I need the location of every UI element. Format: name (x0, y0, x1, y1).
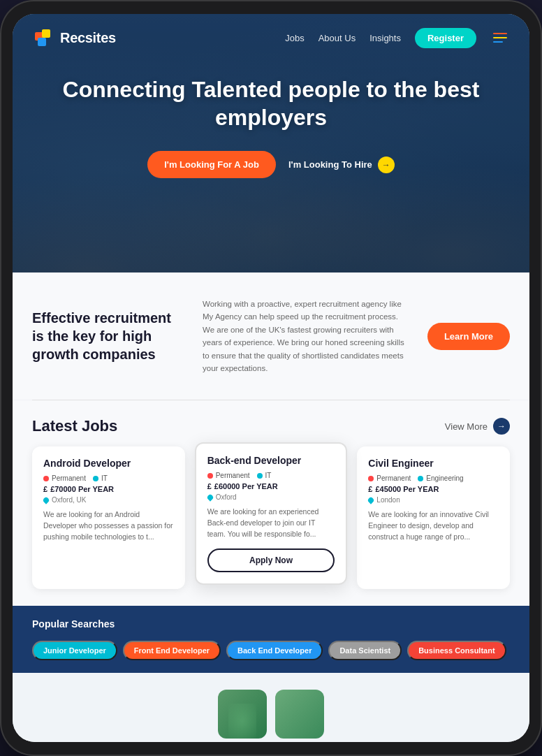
jobs-grid: Android Developer Permanent IT £ (32, 446, 510, 588)
job-card-android: Android Developer Permanent IT £ (32, 446, 185, 588)
type-dot (207, 473, 213, 479)
hire-label: I'm Looking To Hire (288, 159, 372, 170)
jobs-section: Latest Jobs View More → Android Develope… (13, 400, 529, 605)
job-salary-civil: £ £45000 Per YEAR (368, 485, 499, 493)
about-image-1 (218, 690, 267, 739)
job-card-civil: Civil Engineer Permanent Engineering £ (357, 446, 510, 588)
job-meta-android: Permanent IT (43, 474, 174, 482)
jobs-section-title: Latest Jobs (32, 417, 117, 435)
nav-jobs[interactable]: Jobs (285, 33, 304, 43)
category-dot (418, 476, 423, 481)
category-dot (93, 476, 98, 481)
job-category-backend: IT (257, 472, 272, 479)
nav-about[interactable]: About Us (318, 33, 356, 43)
job-meta-civil: Permanent Engineering (368, 474, 499, 482)
hamburger-menu[interactable] (490, 30, 510, 45)
learn-more-button[interactable]: Learn More (427, 323, 510, 350)
view-more-label: View More (445, 421, 488, 432)
job-desc-backend: We are looking for an experienced Back-e… (207, 507, 335, 539)
type-dot (368, 476, 374, 481)
view-more-icon: → (493, 418, 510, 435)
hero-section: Recsites Jobs About Us Insights Register (13, 14, 529, 272)
tag-business-consultant[interactable]: Business Consultant (407, 641, 506, 660)
job-title-android: Android Developer (43, 458, 174, 469)
type-dot (43, 476, 49, 481)
location-pin-icon (206, 493, 214, 501)
job-title-backend: Back-end Developer (207, 455, 335, 466)
recruitment-title: Effective recruitment is the key for hig… (32, 309, 186, 363)
nav-insights[interactable]: Insights (369, 33, 401, 43)
logo[interactable]: Recsites (32, 27, 116, 49)
popular-searches-section: Popular Searches Junior Developer Front … (13, 606, 529, 673)
category-dot (257, 473, 263, 479)
about-section-preview: About us (13, 673, 529, 742)
navigation: Recsites Jobs About Us Insights Register (13, 14, 529, 61)
recruitment-center: Working with a proactive, expert recruit… (203, 298, 411, 375)
jobs-header: Latest Jobs View More → (32, 417, 510, 435)
nav-links: Jobs About Us Insights Register (285, 28, 510, 48)
job-location-civil: London (368, 496, 499, 504)
tag-data-scientist[interactable]: Data Scientist (328, 641, 402, 660)
job-title-civil: Civil Engineer (368, 458, 499, 469)
popular-searches-label: Popular Searches (32, 618, 115, 630)
recruitment-left: Effective recruitment is the key for hig… (32, 309, 186, 363)
job-salary-android: £ £70000 Per YEAR (43, 485, 174, 493)
job-type-civil: Permanent (368, 474, 411, 482)
recruitment-description: Working with a proactive, expert recruit… (203, 298, 411, 375)
hire-arrow-icon: → (378, 157, 395, 173)
svg-rect-1 (42, 29, 50, 38)
tag-frontend-developer[interactable]: Front End Developer (123, 641, 221, 660)
hero-buttons: I'm Looking For A Job I'm Looking To Hir… (54, 151, 488, 178)
tag-backend-developer[interactable]: Back End Developer (226, 641, 323, 660)
search-tags: Junior Developer Front End Developer Bac… (32, 641, 506, 660)
register-button[interactable]: Register (415, 28, 476, 48)
job-category-civil: Engineering (418, 474, 463, 482)
apply-button-backend[interactable]: Apply Now (207, 548, 335, 572)
job-desc-civil: We are looking for an innovative Civil E… (368, 509, 499, 542)
job-type-android: Permanent (43, 474, 86, 482)
looking-to-hire-button[interactable]: I'm Looking To Hire → (288, 157, 395, 173)
hero-content: Connecting Talented people to the best e… (13, 61, 529, 178)
job-card-backend: Back-end Developer Permanent IT £ (195, 442, 348, 584)
job-type-backend: Permanent (207, 472, 250, 479)
job-salary-backend: £ £60000 Per YEAR (207, 482, 335, 490)
tag-junior-developer[interactable]: Junior Developer (32, 641, 117, 660)
job-category-android: IT (93, 474, 108, 482)
view-more-link[interactable]: View More → (445, 418, 510, 435)
hero-title: Connecting Talented people to the best e… (54, 75, 488, 131)
job-meta-backend: Permanent IT (207, 472, 335, 479)
svg-rect-2 (38, 38, 46, 46)
location-pin-icon (367, 496, 375, 504)
looking-for-job-button[interactable]: I'm Looking For A Job (147, 151, 276, 178)
job-location-android: Oxford, UK (43, 496, 174, 504)
about-image-2 (275, 690, 324, 739)
about-images (218, 690, 324, 739)
logo-icon (32, 27, 54, 49)
brand-name: Recsites (60, 30, 116, 46)
job-desc-android: We are looking for an Android Developer … (43, 509, 174, 542)
job-location-backend: Oxford (207, 493, 335, 501)
recruitment-section: Effective recruitment is the key for hig… (13, 272, 529, 400)
location-pin-icon (42, 496, 50, 504)
